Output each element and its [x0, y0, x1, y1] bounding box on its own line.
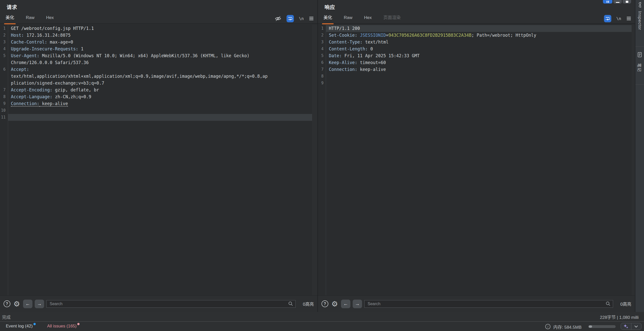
line-number: 10: [0, 107, 6, 114]
token: Upgrade-Insecure-Requests:: [11, 46, 78, 51]
editor-menu-icon[interactable]: [626, 16, 631, 21]
footer-bar: Event log (42) All issues (165) i 内存: 58…: [0, 322, 644, 331]
editor-line[interactable]: 6Accept:: [0, 66, 312, 73]
editor-line[interactable]: 3Cache-Control: max-age=0: [0, 39, 312, 46]
soft-wrap-toggle-icon[interactable]: [604, 15, 611, 22]
editor-line[interactable]: 5User-Agent: Mozilla/5.0 (Windows NT 10.…: [0, 52, 312, 59]
inspector-sidebar: Inspector 笔记: [635, 0, 644, 312]
newline-toggle-icon[interactable]: \n: [616, 16, 621, 21]
ai-sparkle-button[interactable]: [621, 323, 631, 329]
request-search-input[interactable]: [46, 300, 296, 308]
tab-Hex[interactable]: Hex: [46, 12, 54, 24]
line-content: Connection: keep-alive: [8, 100, 312, 107]
editor-line[interactable]: 2Host: 172.16.31.24:8075: [0, 32, 312, 39]
editor-line[interactable]: 3Content-Type: text/html: [318, 39, 632, 46]
search-prev-button[interactable]: ←: [23, 300, 32, 308]
tab-美化[interactable]: 美化: [324, 12, 332, 24]
ai-dropdown-button[interactable]: [631, 323, 641, 329]
line-content: Accept-Encoding: gzip, deflate, br: [8, 87, 312, 93]
pause-button[interactable]: [603, 0, 612, 4]
pause-icon: [607, 1, 609, 3]
tab-美化[interactable]: 美化: [6, 12, 14, 24]
status-text: 完成: [2, 314, 11, 320]
search-settings-icon[interactable]: ⚙: [13, 300, 21, 308]
search-settings-icon[interactable]: ⚙: [331, 300, 339, 308]
editor-line[interactable]: 5Date: Fri, 11 Apr 2025 15:42:33 GMT: [318, 52, 632, 59]
token: =: [386, 33, 388, 38]
tab-Hex[interactable]: Hex: [364, 12, 372, 24]
token: 943C705626A63C8FD2B2915B83C2A34B: [388, 33, 471, 38]
newline-toggle-icon[interactable]: \n: [299, 16, 304, 21]
token: text/html: [363, 40, 388, 45]
editor-line[interactable]: 1HTTP/1.1 200: [318, 25, 632, 32]
minimize-icon: [616, 2, 619, 3]
search-next-button[interactable]: →: [353, 300, 362, 308]
line-content: Content-Length: 0: [326, 46, 632, 52]
maximize-icon: [626, 1, 628, 3]
editor-line[interactable]: text/html,application/xhtml+xml,applicat…: [0, 73, 312, 80]
minimize-button[interactable]: [613, 0, 622, 4]
info-icon[interactable]: i: [545, 324, 551, 329]
token: Accept-Language:: [11, 94, 52, 99]
token: HTTP/1.1 200: [329, 26, 360, 31]
editor-line[interactable]: 7Accept-Encoding: gzip, deflate, br: [0, 87, 312, 93]
tab-Raw[interactable]: Raw: [26, 12, 34, 24]
request-editor[interactable]: 1GET /webroot/config.jsp HTTP/1.12Host: …: [0, 25, 312, 295]
editor-line[interactable]: plication/signed-exchange;v=b3;q=0.7: [0, 80, 312, 87]
glasses-icon[interactable]: [637, 2, 642, 8]
editor-line[interactable]: 8Accept-Language: zh-CN,zh;q=0.9: [0, 93, 312, 100]
token: keep-alive: [40, 101, 68, 107]
editor-line[interactable]: 6Keep-Alive: timeout=60: [318, 59, 632, 66]
search-prev-button[interactable]: ←: [341, 300, 350, 308]
line-content: GET /webroot/config.jsp HTTP/1.1: [8, 25, 312, 32]
event-log-link[interactable]: Event log (42): [6, 324, 36, 329]
token: Keep-Alive:: [329, 60, 357, 65]
hide-highlights-icon[interactable]: [275, 15, 281, 22]
search-next-button[interactable]: →: [35, 300, 44, 308]
search-help-icon[interactable]: ?: [4, 300, 10, 307]
search-help-icon[interactable]: ?: [321, 300, 328, 307]
line-content: Host: 172.16.31.24:8075: [8, 32, 312, 39]
request-panel-title: 请求: [7, 3, 17, 11]
line-content: [326, 73, 632, 80]
event-log-dot: [33, 323, 36, 325]
editor-line[interactable]: 11: [0, 114, 312, 121]
editor-line[interactable]: 4Upgrade-Insecure-Requests: 1: [0, 46, 312, 52]
line-content: Accept:: [8, 66, 312, 73]
editor-line[interactable]: 4Content-Length: 0: [318, 46, 632, 52]
editor-line[interactable]: 9Connection: keep-alive: [0, 100, 312, 107]
editor-line[interactable]: 10: [0, 107, 312, 114]
line-number: 7: [0, 87, 6, 93]
all-issues-link[interactable]: All issues (165): [47, 324, 80, 329]
token: Mozilla/5.0 (Windows NT 10.0; Win64; x64…: [40, 53, 250, 58]
line-number: 3: [318, 39, 324, 46]
line-number: 5: [318, 52, 324, 59]
editor-line[interactable]: 2Set-Cookie: JSESSIONID=943C705626A63C8F…: [318, 32, 632, 39]
line-number: [0, 80, 6, 87]
request-search-bar: ? ⚙ ← → 0高亮: [0, 295, 317, 312]
token: Connection:: [11, 101, 40, 107]
editor-line[interactable]: 8: [318, 73, 632, 80]
editor-line[interactable]: 7Connection: keep-alive: [318, 66, 632, 73]
editor-line[interactable]: 1GET /webroot/config.jsp HTTP/1.1: [0, 25, 312, 32]
editor-line[interactable]: Chrome/126.0.0.0 Safari/537.36: [0, 59, 312, 66]
line-content: [8, 114, 312, 121]
tab-Raw[interactable]: Raw: [344, 12, 352, 24]
notes-document-icon[interactable]: [637, 52, 642, 59]
soft-wrap-toggle-icon[interactable]: [287, 15, 294, 22]
response-editor[interactable]: 1HTTP/1.1 2002Set-Cookie: JSESSIONID=943…: [318, 25, 632, 295]
editor-menu-icon[interactable]: [309, 16, 314, 21]
line-content: User-Agent: Mozilla/5.0 (Windows NT 10.0…: [8, 52, 312, 59]
token: zh-CN,zh;q=0.9: [52, 94, 91, 99]
maximize-button[interactable]: [623, 0, 631, 4]
editor-line[interactable]: 9: [318, 80, 632, 87]
token: Connection:: [329, 67, 357, 72]
line-number: 6: [0, 66, 6, 73]
token: 172.16.31.24:8075: [24, 33, 70, 38]
sidebar-tab-notes[interactable]: 笔记: [637, 63, 643, 72]
response-panel: 响应 美化RawHex页面渲染 \n 1HTTP/1.1 2002Set-Coo: [318, 0, 635, 312]
tab-页面渲染: 页面渲染: [383, 12, 401, 24]
response-search-input[interactable]: [364, 300, 613, 308]
line-content: Accept-Language: zh-CN,zh;q=0.9: [8, 93, 312, 100]
sidebar-tab-inspector[interactable]: Inspector: [637, 11, 642, 30]
